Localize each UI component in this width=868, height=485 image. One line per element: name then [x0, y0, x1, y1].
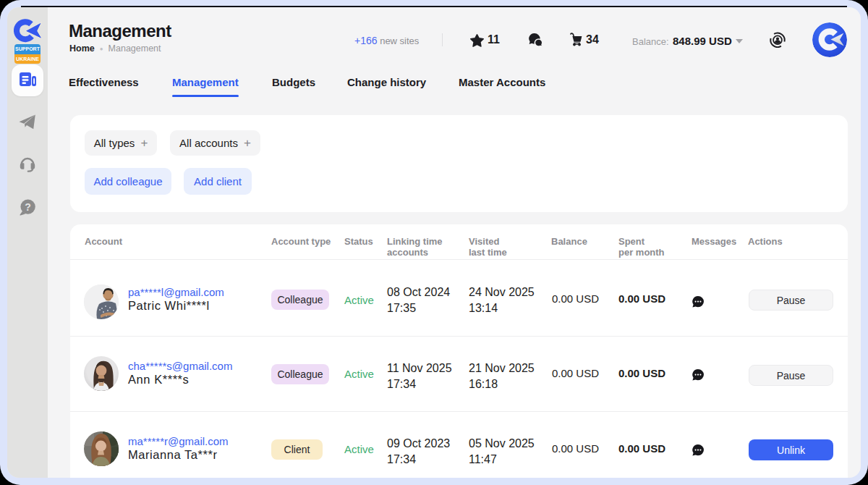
- svg-text:?: ?: [25, 201, 31, 213]
